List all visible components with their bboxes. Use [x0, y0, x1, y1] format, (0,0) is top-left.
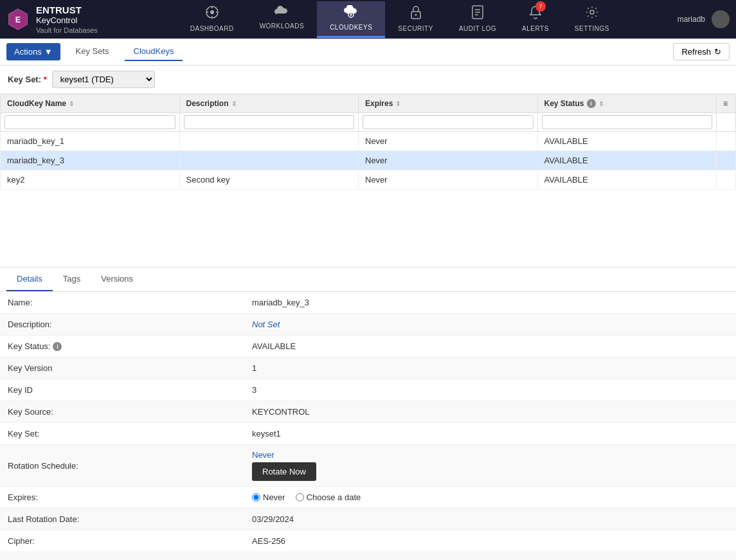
col-header-options[interactable]: ≡ [717, 95, 736, 113]
table-row[interactable]: mariadb_key_1 Never AVAILABLE [1, 132, 736, 151]
table-container: CloudKey Name ⇕ Description ⇕ Expires ⇕ [0, 94, 736, 267]
detail-label-lastrotation: Last Rotation Date: [0, 509, 244, 529]
keyset-label: Key Set: * [8, 75, 47, 84]
rotate-now-button[interactable]: Rotate Now [252, 462, 316, 481]
table-row[interactable]: mariadb_key_3 Never AVAILABLE [1, 151, 736, 170]
expires-choose-radio[interactable] [296, 493, 304, 501]
username: mariadb [678, 15, 705, 24]
dashboard-icon [205, 5, 219, 23]
cell-name: mariadb_key_1 [1, 132, 180, 151]
expires-radio-group: Never Choose a date [252, 492, 728, 502]
detail-label-keysource: Key Source: [0, 402, 244, 422]
svg-point-3 [210, 10, 214, 14]
filter-description-input[interactable] [184, 115, 355, 129]
nav-workloads[interactable]: WORKLOADS [247, 1, 318, 38]
detail-value-keyset: keyset1 [244, 424, 736, 444]
actions-chevron-icon: ▼ [44, 47, 53, 57]
keystatus-info-icon[interactable]: i [53, 342, 62, 351]
nav-security[interactable]: SECURITY [385, 1, 446, 38]
cell-options [717, 170, 736, 190]
nav-dashboard[interactable]: DASHBOARD [177, 1, 247, 38]
table-row[interactable]: key2 Second key Never AVAILABLE [1, 170, 736, 190]
detail-row-keytype: Key Type: SYMMETRIC [0, 552, 736, 560]
actions-button[interactable]: Actions ▼ [6, 43, 60, 60]
table-body: mariadb_key_1 Never AVAILABLE mariadb_ke… [1, 132, 736, 190]
detail-value-keyversion: 1 [244, 358, 736, 378]
detail-value-rotation: Never Rotate Now [244, 445, 736, 486]
nav-auditlog[interactable]: AUDIT LOG [446, 1, 509, 38]
detail-label-keyset: Key Set: [0, 424, 244, 444]
detail-row-rotation: Rotation Schedule: Never Rotate Now [0, 445, 736, 487]
cell-name: mariadb_key_3 [1, 151, 180, 170]
details-tabs: Details Tags Versions [0, 267, 736, 292]
expires-never-option[interactable]: Never [252, 492, 285, 502]
nav-cloudkeys[interactable]: CLOUDKEYS [317, 1, 385, 38]
filter-options-cell [717, 113, 736, 132]
brand-name: ENTRUST [36, 5, 98, 15]
user-avatar [712, 10, 730, 28]
filter-name-cell [1, 113, 180, 132]
detail-label-name: Name: [0, 293, 244, 312]
status-header-info-icon[interactable]: i [587, 99, 596, 108]
col-header-name: CloudKey Name ⇕ [1, 95, 180, 113]
cell-description: Second key [179, 170, 359, 190]
filter-name-input[interactable] [4, 115, 175, 129]
filter-status-input[interactable] [542, 115, 713, 129]
nav-settings[interactable]: SETTINGS [562, 1, 622, 38]
detail-row-cipher: Cipher: AES-256 [0, 530, 736, 552]
svg-text:E: E [15, 15, 21, 24]
detail-value-keytype: SYMMETRIC [244, 553, 736, 560]
detail-value-expires: Never Choose a date [244, 487, 736, 507]
detail-label-keyid: Key ID [0, 380, 244, 400]
security-icon [409, 5, 422, 23]
filter-expires-input[interactable] [363, 115, 534, 129]
detail-row-keyid: Key ID 3 [0, 379, 736, 401]
cell-status: AVAILABLE [537, 151, 717, 170]
cell-expires: Never [359, 170, 538, 190]
tab-versions[interactable]: Versions [91, 267, 143, 291]
detail-label-description: Description: [0, 314, 244, 334]
workloads-icon [274, 5, 289, 20]
refresh-button[interactable]: Refresh ↻ [673, 43, 730, 60]
cloudkeys-icon [344, 5, 358, 21]
nav-right: mariadb [678, 10, 730, 28]
svg-point-9 [350, 14, 352, 15]
col-header-status: Key Status i ⇕ [537, 95, 717, 113]
detail-label-keyversion: Key Version [0, 358, 244, 378]
tab-cloudkeys[interactable]: CloudKeys [125, 42, 183, 61]
detail-row-keysource: Key Source: KEYCONTROL [0, 401, 736, 423]
sort-description-icon[interactable]: ⇕ [231, 100, 237, 107]
filter-status-cell [537, 113, 717, 132]
detail-row-lastrotation: Last Rotation Date: 03/29/2024 [0, 509, 736, 530]
filter-description-cell [179, 113, 359, 132]
tab-tags[interactable]: Tags [53, 267, 91, 291]
logo-area: E ENTRUST KeyControl Vault for Databases [6, 5, 122, 35]
auditlog-icon [471, 5, 484, 23]
sort-status-icon[interactable]: ⇕ [598, 100, 604, 107]
detail-label-expires: Expires: [0, 487, 244, 507]
cell-options [717, 132, 736, 151]
detail-row-keystatus: Key Status: i AVAILABLE [0, 336, 736, 357]
detail-value-cipher: AES-256 [244, 531, 736, 551]
table-header-row: CloudKey Name ⇕ Description ⇕ Expires ⇕ [1, 95, 736, 113]
product-name: KeyControl Vault for Databases [36, 15, 98, 35]
sort-name-icon[interactable]: ⇕ [69, 100, 74, 107]
logo-text: ENTRUST KeyControl Vault for Databases [36, 5, 98, 35]
cell-name: key2 [1, 170, 180, 190]
detail-value-keysource: KEYCONTROL [244, 402, 736, 422]
detail-label-keytype: Key Type: [0, 553, 244, 560]
sort-expires-icon[interactable]: ⇕ [395, 100, 400, 107]
expires-choose-option[interactable]: Choose a date [296, 492, 361, 502]
detail-label-rotation: Rotation Schedule: [0, 456, 244, 476]
detail-value-keyid: 3 [244, 380, 736, 400]
nav-alerts[interactable]: 7 ALERTS [509, 1, 562, 38]
expires-never-radio[interactable] [252, 493, 260, 501]
tab-details[interactable]: Details [6, 267, 53, 291]
keyset-select[interactable]: keyset1 (TDE) [52, 71, 155, 88]
detail-label-cipher: Cipher: [0, 531, 244, 551]
svg-point-12 [415, 14, 417, 15]
settings-icon [585, 5, 599, 23]
tab-keysets[interactable]: Key Sets [67, 42, 118, 61]
keyset-row: Key Set: * keyset1 (TDE) [0, 66, 736, 94]
table-filter-row [1, 113, 736, 132]
